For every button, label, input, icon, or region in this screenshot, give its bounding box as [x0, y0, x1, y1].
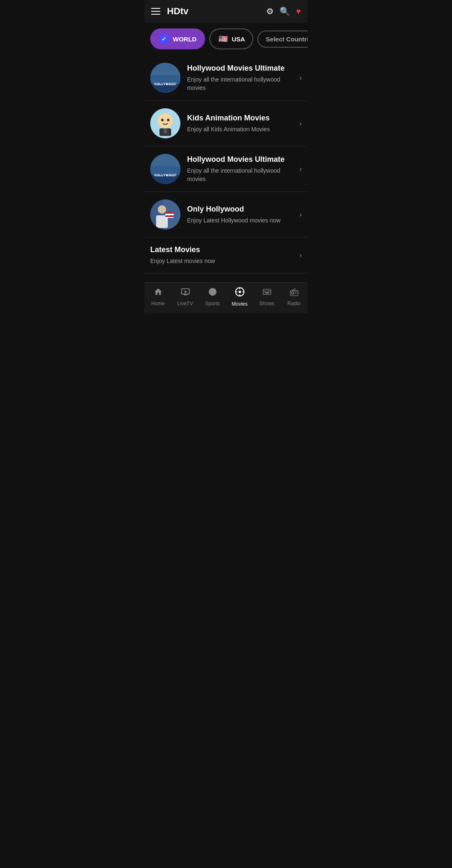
- hollywood-thumb-svg: HOLLYWOOD: [150, 63, 180, 93]
- hollywood-thumb-svg-2: HOLLYWOOD: [150, 154, 180, 184]
- nav-item-livetv[interactable]: LiveTV: [175, 287, 196, 306]
- item-description: Enjoy Latest movies now: [150, 257, 295, 266]
- item-info: Hollywood Movies Ultimate Enjoy all the …: [187, 64, 295, 92]
- svg-point-5: [158, 113, 173, 128]
- chevron-right-icon: ›: [299, 74, 302, 82]
- svg-rect-1: [150, 75, 180, 84]
- header-left: HDtv: [151, 6, 188, 17]
- svg-point-16: [158, 205, 166, 214]
- sports-icon: [208, 287, 217, 299]
- svg-rect-12: [150, 154, 180, 166]
- item-title: Only Hollywood: [187, 204, 295, 214]
- world-label: WORLD: [173, 36, 197, 43]
- item-info: Hollywood Movies Ultimate Enjoy all the …: [187, 155, 295, 184]
- movies-icon: [235, 287, 245, 299]
- svg-rect-9: [164, 128, 167, 133]
- bottom-navigation: Home LiveTV Sports Movies Shows Radio: [144, 282, 308, 314]
- filter-bar: ✓ WORLD 🇺🇸 USA Select Countries: [144, 23, 308, 55]
- usa-filter-button[interactable]: 🇺🇸 USA: [209, 28, 254, 49]
- category-list: HOLLYWOOD Hollywood Movies Ultimate Enjo…: [144, 55, 308, 282]
- nav-label-sports: Sports: [205, 301, 220, 306]
- item-title: Hollywood Movies Ultimate: [187, 155, 295, 164]
- item-description: Enjoy all the international hollywood mo…: [187, 76, 295, 92]
- svg-rect-32: [265, 292, 269, 294]
- radio-icon: [290, 287, 299, 299]
- svg-point-6: [161, 119, 164, 121]
- svg-rect-22: [165, 217, 174, 218]
- item-thumbnail: [150, 199, 180, 230]
- item-title: Hollywood Movies Ultimate: [187, 64, 295, 73]
- list-item[interactable]: Only Hollywood Enjoy Latest Hollywood mo…: [144, 192, 308, 237]
- header-icons: ⚙ 🔍 ♥: [266, 6, 301, 16]
- settings-icon[interactable]: ⚙: [266, 6, 274, 16]
- svg-rect-19: [165, 212, 174, 214]
- svg-rect-34: [291, 292, 294, 294]
- nav-item-sports[interactable]: Sports: [202, 287, 223, 306]
- nav-item-radio[interactable]: Radio: [284, 287, 305, 306]
- svg-rect-30: [263, 289, 270, 295]
- item-info: Only Hollywood Enjoy Latest Hollywood mo…: [187, 204, 295, 225]
- nav-item-movies[interactable]: Movies: [229, 287, 250, 307]
- shows-icon: [262, 287, 272, 299]
- menu-button[interactable]: [151, 8, 160, 15]
- svg-rect-2: [150, 63, 180, 75]
- svg-marker-23: [185, 290, 187, 293]
- svg-rect-21: [165, 215, 174, 217]
- select-countries-button[interactable]: Select Countries: [257, 31, 308, 48]
- search-icon[interactable]: 🔍: [280, 6, 290, 16]
- svg-rect-20: [165, 214, 174, 215]
- usa-flag-icon: 🇺🇸: [218, 33, 229, 44]
- chevron-right-icon: ›: [299, 251, 302, 260]
- nav-item-home[interactable]: Home: [148, 287, 169, 306]
- svg-point-7: [167, 119, 170, 121]
- item-thumbnail: HOLLYWOOD: [150, 154, 180, 184]
- list-item[interactable]: Latest Movies Enjoy Latest movies now ›: [144, 237, 308, 273]
- svg-rect-11: [150, 166, 180, 175]
- list-item[interactable]: HOLLYWOOD Hollywood Movies Ultimate Enjo…: [144, 146, 308, 192]
- list-item[interactable]: HOLLYWOOD Hollywood Movies Ultimate Enjo…: [144, 55, 308, 101]
- item-description: Enjoy all Kids Animation Movies: [187, 125, 295, 134]
- app-header: HDtv ⚙ 🔍 ♥: [144, 0, 308, 23]
- usa-label: USA: [232, 36, 245, 43]
- kids-thumb-svg: [150, 108, 180, 138]
- svg-point-25: [239, 291, 241, 293]
- nav-label-livetv: LiveTV: [177, 301, 193, 306]
- person-thumb-svg: [150, 199, 180, 230]
- item-info: Kids Animation Movies Enjoy all Kids Ani…: [187, 113, 295, 134]
- nav-item-shows[interactable]: Shows: [257, 287, 277, 306]
- chevron-right-icon: ›: [299, 119, 302, 128]
- item-description: Enjoy Latest Hollywood movies now: [187, 217, 295, 225]
- nav-label-home: Home: [151, 301, 164, 306]
- nav-label-radio: Radio: [288, 301, 300, 306]
- list-item[interactable]: Kids Animation Movies Enjoy all Kids Ani…: [144, 101, 308, 146]
- item-title: Kids Animation Movies: [187, 113, 295, 123]
- app-title: HDtv: [167, 6, 188, 17]
- select-countries-label: Select Countries: [266, 36, 308, 43]
- world-filter-button[interactable]: ✓ WORLD: [150, 28, 205, 49]
- nav-label-movies: Movies: [231, 301, 247, 307]
- nav-label-shows: Shows: [259, 301, 274, 306]
- home-icon: [154, 287, 163, 299]
- item-title: Latest Movies: [150, 245, 295, 255]
- item-thumbnail: [150, 108, 180, 138]
- favorites-icon[interactable]: ♥: [296, 7, 301, 16]
- svg-text:HOLLYWOOD: HOLLYWOOD: [155, 83, 175, 86]
- item-description: Enjoy all the international hollywood mo…: [187, 167, 295, 183]
- livetv-icon: [181, 287, 190, 299]
- chevron-right-icon: ›: [299, 165, 302, 174]
- svg-text:HOLLYWOOD: HOLLYWOOD: [155, 174, 175, 177]
- world-icon: ✓: [159, 33, 170, 44]
- item-info: Latest Movies Enjoy Latest movies now: [150, 245, 295, 266]
- chevron-right-icon: ›: [299, 210, 302, 219]
- item-thumbnail: HOLLYWOOD: [150, 63, 180, 93]
